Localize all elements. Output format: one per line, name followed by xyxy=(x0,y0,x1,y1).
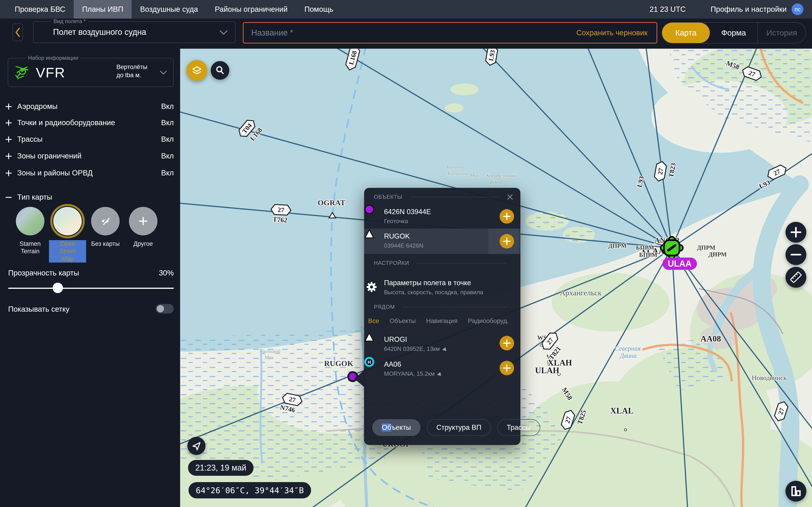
tab-форма[interactable]: Форма xyxy=(710,23,758,43)
show-grid-toggle[interactable] xyxy=(156,304,174,314)
chevron-down-icon xyxy=(219,30,228,35)
plus-icon xyxy=(503,213,511,220)
plus-icon xyxy=(503,339,511,347)
avatar[interactable]: пс xyxy=(792,3,803,15)
map-opacity-value: 30% xyxy=(159,269,174,277)
map-canvas[interactable]: OGRATRUGOKUROGIXLAHULAHXLALAA08XLAAANGIP… xyxy=(180,49,812,507)
topbar-right: 21 23 UTC Профиль и настройки пс xyxy=(650,0,803,18)
add-to-plan-button[interactable] xyxy=(500,209,514,224)
popup-button-структура-вп[interactable]: Структура ВП xyxy=(427,419,491,436)
svg-text:T762: T762 xyxy=(272,216,288,224)
back-button[interactable] xyxy=(12,23,23,41)
map-type-add[interactable] xyxy=(129,207,157,235)
plan-name-input[interactable] xyxy=(244,23,576,43)
layers-icon xyxy=(192,66,202,75)
map-label: ДПРМ xyxy=(608,242,626,249)
nav-item-1[interactable]: Проверка БВС xyxy=(6,0,73,18)
add-to-plan-button[interactable] xyxy=(500,234,514,248)
search-button[interactable] xyxy=(211,61,229,80)
expand-plus-icon[interactable]: + xyxy=(0,116,17,129)
add-to-plan-button[interactable] xyxy=(500,361,514,375)
object-item-6426n-03944e[interactable]: 6426N 03944EГеоточка xyxy=(364,204,520,229)
opacity-slider-thumb[interactable] xyxy=(53,283,63,293)
plus-icon xyxy=(138,216,149,227)
expand-plus-icon[interactable]: + xyxy=(0,100,17,113)
legend-button[interactable] xyxy=(785,481,806,502)
map-label: Архангельск xyxy=(560,289,602,297)
svg-text:ULAA: ULAA xyxy=(668,259,692,269)
sidebar-layer-4[interactable]: +Зоны ограниченийВкл xyxy=(0,148,180,164)
plus-icon xyxy=(791,227,801,238)
flight-type-value: Полет воздушного судна xyxy=(53,27,146,37)
objects-popup: ОБЪЕКТЫ 6426N 03944EГеоточкаRUGOK03944E … xyxy=(364,188,520,445)
nearby-item-aa06[interactable]: HAA06MORYANA, 15.2км◀ xyxy=(364,357,520,379)
map-label: OGRAT xyxy=(318,199,345,207)
toggle-knob xyxy=(157,305,164,313)
nearby-item-urogi[interactable]: UROGI6420N 03952E, 13км◀ xyxy=(364,332,520,354)
plus-icon xyxy=(503,364,511,372)
bar-chart-icon xyxy=(790,486,802,497)
nav-item-5[interactable]: Помощь xyxy=(296,0,342,18)
plus-icon xyxy=(503,237,511,245)
map-label: Мох — Корабельный xyxy=(470,173,516,178)
map-type-stamen[interactable] xyxy=(16,207,44,235)
flight-type-select[interactable]: Вид полета * Полет воздушного судна xyxy=(33,21,236,43)
svg-text:27: 27 xyxy=(656,168,665,175)
map-type-label: StamenTerrain xyxy=(11,240,49,255)
collapse-minus-icon[interactable]: − xyxy=(0,190,17,204)
expand-plus-icon[interactable]: + xyxy=(0,166,17,180)
map-label: ДПРМ xyxy=(697,244,715,251)
nearby-tab-навигация[interactable]: Навигация xyxy=(426,317,457,325)
popup-button-трассы[interactable]: Трассы xyxy=(497,419,540,436)
info-set-select[interactable]: Набор информации VFR Вертолётыдо tba м. xyxy=(8,58,173,87)
minus-icon xyxy=(791,249,801,260)
ruler-button[interactable] xyxy=(785,267,806,288)
sidebar-layer-2[interactable]: +Точки и радиооборудованиеВкл xyxy=(0,115,180,131)
helicopter-icon xyxy=(14,64,30,80)
flight-params-item[interactable]: Параметры полета в точке Высота, скорост… xyxy=(364,275,520,299)
map-label: рукав xyxy=(490,179,502,185)
zoom-in-button[interactable] xyxy=(785,222,806,243)
map-label: ULAH xyxy=(535,366,559,375)
nav-item-2[interactable]: Планы ИВП xyxy=(73,0,132,18)
nav-item-3[interactable]: Воздушные суда xyxy=(132,0,206,18)
map-label: XLAL xyxy=(610,406,634,415)
eye-off-icon xyxy=(100,217,110,226)
map-type-label: Другое xyxy=(124,240,162,247)
save-draft-button[interactable]: Сохранить черновик xyxy=(576,29,657,37)
add-to-plan-button[interactable] xyxy=(500,336,514,350)
zoom-out-button[interactable] xyxy=(785,244,806,265)
expand-plus-icon[interactable]: + xyxy=(0,132,17,146)
flight-type-label: Вид полета * xyxy=(51,18,88,24)
coords-badge: 64°26′06″С, 39°44′34″В xyxy=(189,482,311,498)
info-set-label: Набор информации xyxy=(26,55,81,61)
waypoint-triangle-icon xyxy=(364,332,374,342)
sidebar-map-type-section[interactable]: −Тип карты xyxy=(0,189,180,205)
map-type-none[interactable] xyxy=(91,207,120,235)
map-type-osm[interactable] xyxy=(53,207,82,235)
profile-settings-link[interactable]: Профиль и настройки xyxy=(711,5,786,13)
nearby-tab-объекты[interactable]: Объекты xyxy=(390,317,415,325)
nearby-tab-все[interactable]: Все xyxy=(368,317,379,325)
airport-label-ulaa[interactable]: ULAA xyxy=(662,258,697,270)
popup-button-объекты[interactable]: Объекты xyxy=(372,419,420,436)
locate-button[interactable] xyxy=(187,437,205,455)
expand-plus-icon[interactable]: + xyxy=(0,149,17,163)
tab-карта[interactable]: Карта xyxy=(662,23,710,43)
sidebar-layer-3[interactable]: +ТрассыВкл xyxy=(0,131,180,147)
nearby-tab-радиооборуд[interactable]: Радиооборуд. xyxy=(468,317,509,325)
sidebar-layer-1[interactable]: +АэродромыВкл xyxy=(0,98,180,115)
object-item-rugok[interactable]: RUGOK03944E 6426N xyxy=(364,229,520,254)
sidebar-layer-5[interactable]: +Зоны и районы ОРВДВкл xyxy=(0,165,180,181)
layers-button[interactable] xyxy=(187,60,207,81)
nav-item-4[interactable]: Районы ограничений xyxy=(206,0,296,18)
tab-история[interactable]: История xyxy=(757,23,806,43)
direction-cursor-icon: ◀ xyxy=(442,346,447,352)
svg-text:27: 27 xyxy=(277,206,285,214)
map-label: Болото- xyxy=(447,164,465,170)
opacity-slider-track[interactable] xyxy=(8,288,174,289)
waypoint-triangle-icon xyxy=(364,229,374,239)
close-icon[interactable] xyxy=(505,192,515,202)
chevron-left-icon xyxy=(14,27,21,38)
map-label: Большой xyxy=(261,348,281,354)
